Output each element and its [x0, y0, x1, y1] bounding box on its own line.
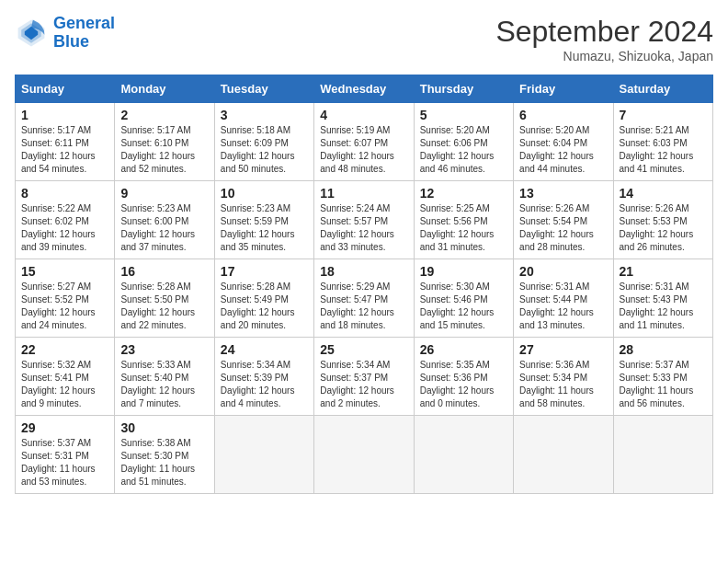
day-number: 8 [21, 186, 108, 201]
day-info: Sunrise: 5:34 AMSunset: 5:37 PMDaylight:… [320, 360, 394, 408]
calendar-body: 1 Sunrise: 5:17 AMSunset: 6:11 PMDayligh… [16, 103, 713, 494]
day-info: Sunrise: 5:38 AMSunset: 5:30 PMDaylight:… [120, 438, 195, 487]
table-row: 18 Sunrise: 5:29 AMSunset: 5:47 PMDaylig… [314, 259, 414, 338]
day-number: 5 [420, 108, 507, 122]
day-number: 30 [120, 420, 208, 435]
day-number: 6 [519, 108, 607, 122]
table-row: 4 Sunrise: 5:19 AMSunset: 6:07 PMDayligh… [314, 103, 414, 181]
calendar-row: 29 Sunrise: 5:37 AMSunset: 5:31 PMDaylig… [16, 416, 713, 494]
col-sunday: Sunday [16, 75, 115, 103]
col-monday: Monday [115, 75, 214, 103]
day-info: Sunrise: 5:28 AMSunset: 5:49 PMDaylight:… [221, 282, 295, 330]
table-row: 24 Sunrise: 5:34 AMSunset: 5:39 PMDaylig… [214, 338, 313, 416]
day-info: Sunrise: 5:19 AMSunset: 6:07 PMDaylight:… [320, 125, 394, 174]
day-info: Sunrise: 5:17 AMSunset: 6:10 PMDaylight:… [120, 125, 195, 174]
header-row: Sunday Monday Tuesday Wednesday Thursday… [16, 75, 713, 103]
day-number: 27 [519, 342, 607, 357]
day-info: Sunrise: 5:22 AMSunset: 6:02 PMDaylight:… [21, 203, 96, 252]
day-number: 12 [420, 186, 507, 201]
day-number: 7 [620, 108, 707, 122]
day-info: Sunrise: 5:31 AMSunset: 5:44 PMDaylight:… [519, 282, 594, 330]
day-number: 20 [519, 264, 607, 279]
table-row [613, 416, 712, 494]
col-wednesday: Wednesday [314, 75, 414, 103]
table-row: 15 Sunrise: 5:27 AMSunset: 5:52 PMDaylig… [16, 259, 115, 338]
day-number: 15 [21, 264, 108, 279]
table-row: 1 Sunrise: 5:17 AMSunset: 6:11 PMDayligh… [16, 103, 115, 181]
logo-icon [15, 17, 48, 50]
day-number: 17 [221, 264, 308, 279]
day-number: 23 [120, 342, 208, 357]
calendar-row: 22 Sunrise: 5:32 AMSunset: 5:41 PMDaylig… [16, 338, 713, 416]
day-info: Sunrise: 5:32 AMSunset: 5:41 PMDaylight:… [21, 360, 96, 408]
page-header: General Blue September 2024 Numazu, Shiz… [15, 15, 713, 63]
table-row: 21 Sunrise: 5:31 AMSunset: 5:43 PMDaylig… [613, 259, 712, 338]
day-info: Sunrise: 5:26 AMSunset: 5:53 PMDaylight:… [620, 203, 694, 252]
month-title: September 2024 [495, 15, 713, 49]
table-row: 9 Sunrise: 5:23 AMSunset: 6:00 PMDayligh… [115, 181, 214, 259]
table-row: 11 Sunrise: 5:24 AMSunset: 5:57 PMDaylig… [314, 181, 414, 259]
table-row: 8 Sunrise: 5:22 AMSunset: 6:02 PMDayligh… [16, 181, 115, 259]
title-block: September 2024 Numazu, Shizuoka, Japan [495, 15, 713, 63]
calendar-table: Sunday Monday Tuesday Wednesday Thursday… [15, 75, 713, 494]
day-info: Sunrise: 5:35 AMSunset: 5:36 PMDaylight:… [420, 360, 495, 408]
table-row: 17 Sunrise: 5:28 AMSunset: 5:49 PMDaylig… [214, 259, 313, 338]
table-row: 19 Sunrise: 5:30 AMSunset: 5:46 PMDaylig… [414, 259, 513, 338]
table-row: 29 Sunrise: 5:37 AMSunset: 5:31 PMDaylig… [16, 416, 115, 494]
table-row: 25 Sunrise: 5:34 AMSunset: 5:37 PMDaylig… [314, 338, 414, 416]
day-number: 29 [21, 420, 108, 435]
logo: General Blue [15, 15, 115, 52]
table-row: 5 Sunrise: 5:20 AMSunset: 6:06 PMDayligh… [414, 103, 513, 181]
day-info: Sunrise: 5:30 AMSunset: 5:46 PMDaylight:… [420, 282, 495, 330]
table-row: 26 Sunrise: 5:35 AMSunset: 5:36 PMDaylig… [414, 338, 513, 416]
day-number: 22 [21, 342, 108, 357]
table-row: 20 Sunrise: 5:31 AMSunset: 5:44 PMDaylig… [514, 259, 613, 338]
table-row: 7 Sunrise: 5:21 AMSunset: 6:03 PMDayligh… [613, 103, 712, 181]
table-row: 6 Sunrise: 5:20 AMSunset: 6:04 PMDayligh… [514, 103, 613, 181]
day-number: 26 [420, 342, 507, 357]
table-row: 30 Sunrise: 5:38 AMSunset: 5:30 PMDaylig… [115, 416, 214, 494]
calendar-row: 1 Sunrise: 5:17 AMSunset: 6:11 PMDayligh… [16, 103, 713, 181]
table-row: 16 Sunrise: 5:28 AMSunset: 5:50 PMDaylig… [115, 259, 214, 338]
day-info: Sunrise: 5:37 AMSunset: 5:33 PMDaylight:… [620, 360, 694, 408]
col-saturday: Saturday [613, 75, 712, 103]
calendar-row: 8 Sunrise: 5:22 AMSunset: 6:02 PMDayligh… [16, 181, 713, 259]
table-row: 22 Sunrise: 5:32 AMSunset: 5:41 PMDaylig… [16, 338, 115, 416]
day-info: Sunrise: 5:17 AMSunset: 6:11 PMDaylight:… [21, 125, 96, 174]
col-thursday: Thursday [414, 75, 513, 103]
table-row [214, 416, 313, 494]
day-number: 19 [420, 264, 507, 279]
day-info: Sunrise: 5:21 AMSunset: 6:03 PMDaylight:… [620, 125, 694, 174]
day-number: 11 [320, 186, 407, 201]
day-number: 28 [620, 342, 707, 357]
table-row: 2 Sunrise: 5:17 AMSunset: 6:10 PMDayligh… [115, 103, 214, 181]
day-info: Sunrise: 5:31 AMSunset: 5:43 PMDaylight:… [620, 282, 694, 330]
day-number: 4 [320, 108, 407, 122]
day-info: Sunrise: 5:23 AMSunset: 6:00 PMDaylight:… [120, 203, 195, 252]
day-number: 2 [120, 108, 208, 122]
day-info: Sunrise: 5:33 AMSunset: 5:40 PMDaylight:… [120, 360, 195, 408]
day-info: Sunrise: 5:34 AMSunset: 5:39 PMDaylight:… [221, 360, 295, 408]
day-info: Sunrise: 5:27 AMSunset: 5:52 PMDaylight:… [21, 282, 96, 330]
day-number: 1 [21, 108, 108, 122]
day-number: 13 [519, 186, 607, 201]
location-subtitle: Numazu, Shizuoka, Japan [495, 49, 713, 63]
day-info: Sunrise: 5:29 AMSunset: 5:47 PMDaylight:… [320, 282, 394, 330]
table-row: 10 Sunrise: 5:23 AMSunset: 5:59 PMDaylig… [214, 181, 313, 259]
day-number: 3 [221, 108, 308, 122]
table-row: 13 Sunrise: 5:26 AMSunset: 5:54 PMDaylig… [514, 181, 613, 259]
table-row: 12 Sunrise: 5:25 AMSunset: 5:56 PMDaylig… [414, 181, 513, 259]
table-row: 28 Sunrise: 5:37 AMSunset: 5:33 PMDaylig… [613, 338, 712, 416]
day-info: Sunrise: 5:18 AMSunset: 6:09 PMDaylight:… [221, 125, 295, 174]
day-info: Sunrise: 5:23 AMSunset: 5:59 PMDaylight:… [221, 203, 295, 252]
calendar-row: 15 Sunrise: 5:27 AMSunset: 5:52 PMDaylig… [16, 259, 713, 338]
col-friday: Friday [514, 75, 613, 103]
table-row: 23 Sunrise: 5:33 AMSunset: 5:40 PMDaylig… [115, 338, 214, 416]
table-row: 27 Sunrise: 5:36 AMSunset: 5:34 PMDaylig… [514, 338, 613, 416]
day-number: 14 [620, 186, 707, 201]
day-info: Sunrise: 5:36 AMSunset: 5:34 PMDaylight:… [519, 360, 594, 408]
day-info: Sunrise: 5:25 AMSunset: 5:56 PMDaylight:… [420, 203, 495, 252]
table-row [314, 416, 414, 494]
col-tuesday: Tuesday [214, 75, 313, 103]
day-info: Sunrise: 5:37 AMSunset: 5:31 PMDaylight:… [21, 438, 96, 487]
